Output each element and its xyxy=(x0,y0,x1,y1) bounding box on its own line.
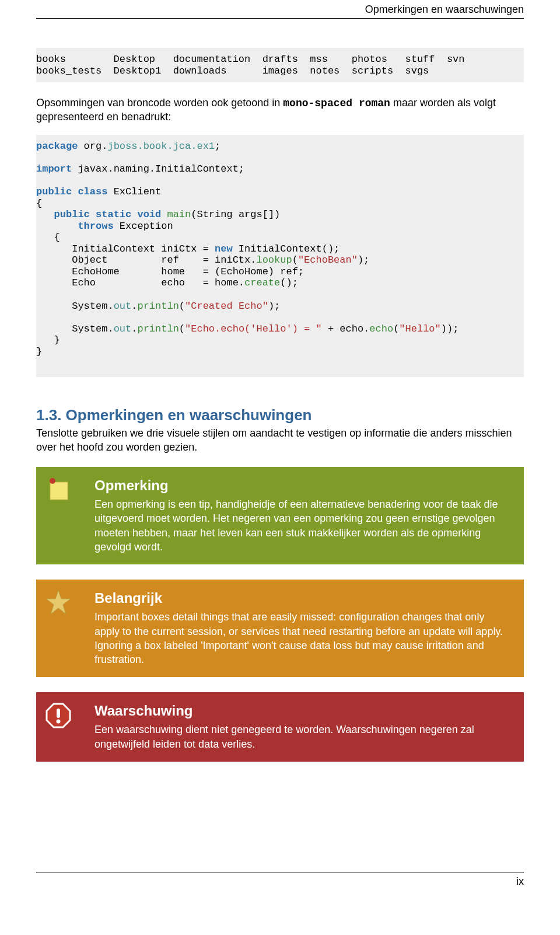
java-code-listing: package org.jboss.book.jca.ex1; import j… xyxy=(36,135,524,377)
note-title: Opmerking xyxy=(94,477,510,494)
intro-text-pre: Opsommingen van broncode worden ook geto… xyxy=(36,97,283,109)
admonition-note: Opmerking Een opmerking is een tip, hand… xyxy=(36,467,524,564)
note-body: Een opmerking is een tip, handigheidje o… xyxy=(94,497,510,554)
warning-title: Waarschuwing xyxy=(94,703,510,719)
svg-rect-0 xyxy=(50,482,68,500)
star-icon xyxy=(44,589,72,617)
svg-point-5 xyxy=(57,720,61,724)
note-icon xyxy=(44,476,72,504)
warning-body: Een waarschuwing dient niet genegeerd te… xyxy=(94,723,510,751)
warning-icon xyxy=(44,702,72,730)
intro-mono: mono-spaced roman xyxy=(283,97,390,109)
svg-point-1 xyxy=(50,478,55,484)
section-intro-text: Tenslotte gebruiken we drie visuele stij… xyxy=(36,427,524,454)
directory-listing: books Desktop documentation drafts mss p… xyxy=(36,48,524,82)
page-number: ix xyxy=(516,875,524,887)
intro-paragraph: Opsommingen van broncode worden ook geto… xyxy=(36,96,524,124)
running-header: Opmerkingen en waarschuwingen xyxy=(36,0,524,19)
important-body: Important boxes detail things that are e… xyxy=(94,610,510,667)
page-footer: ix xyxy=(36,873,524,888)
svg-marker-2 xyxy=(46,590,71,614)
admonition-important: Belangrijk Important boxes detail things… xyxy=(36,580,524,677)
section-heading: 1.3. Opmerkingen en waarschuwingen xyxy=(36,406,524,424)
important-title: Belangrijk xyxy=(94,590,510,606)
admonition-warning: Waarschuwing Een waarschuwing dient niet… xyxy=(36,692,524,762)
svg-rect-4 xyxy=(57,709,60,718)
